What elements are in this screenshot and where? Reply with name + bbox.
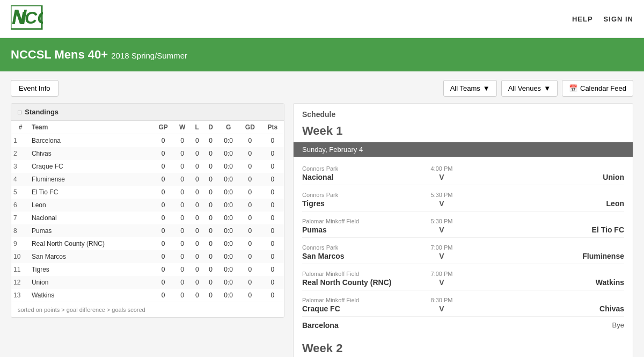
row-g: 0:0 bbox=[218, 199, 239, 212]
row-team: Craque FC bbox=[30, 160, 152, 173]
row-gd: 0 bbox=[239, 147, 261, 160]
row-gd: 0 bbox=[239, 289, 261, 302]
bye-team: Barcelona bbox=[302, 321, 339, 330]
row-gd: 0 bbox=[239, 224, 261, 237]
row-pts: 0 bbox=[261, 250, 284, 263]
row-team: Fluminense bbox=[30, 173, 152, 186]
row-gp: 0 bbox=[152, 276, 174, 289]
col-g: G bbox=[218, 121, 239, 134]
row-g: 0:0 bbox=[218, 237, 239, 250]
row-gp: 0 bbox=[152, 160, 174, 173]
calendar-feed-button[interactable]: 📅 Calendar Feed bbox=[562, 80, 633, 97]
match-away-team: Leon bbox=[474, 199, 624, 208]
row-num: 4 bbox=[11, 173, 30, 186]
col-d: D bbox=[203, 121, 218, 134]
all-teams-button[interactable]: All Teams ▼ bbox=[443, 80, 497, 97]
row-w: 0 bbox=[174, 173, 191, 186]
row-num: 6 bbox=[11, 199, 30, 212]
chevron-down-icon: ▼ bbox=[544, 84, 551, 92]
all-venues-button[interactable]: All Venues ▼ bbox=[501, 80, 558, 97]
match-vs: V bbox=[409, 304, 474, 313]
row-w: 0 bbox=[174, 263, 191, 276]
row-pts: 0 bbox=[261, 212, 284, 224]
table-row: 10 San Marcos 0 0 0 0 0:0 0 0 bbox=[11, 250, 284, 263]
table-row: 5 El Tio FC 0 0 0 0 0:0 0 0 bbox=[11, 186, 284, 199]
row-g: 0:0 bbox=[218, 134, 239, 148]
match-left: Connors Park Nacional bbox=[302, 165, 409, 181]
row-l: 0 bbox=[191, 134, 203, 148]
match-time: 8:30 PM bbox=[409, 297, 474, 303]
standings-title: Standings bbox=[25, 108, 58, 116]
match-away-team: Watkins bbox=[474, 278, 624, 287]
row-d: 0 bbox=[203, 276, 218, 289]
row-w: 0 bbox=[174, 276, 191, 289]
match-home-team: Pumas bbox=[302, 225, 409, 234]
logo-icon: N NCCSL bbox=[11, 5, 43, 32]
row-w: 0 bbox=[174, 147, 191, 160]
col-team: Team bbox=[30, 121, 152, 134]
row-d: 0 bbox=[203, 147, 218, 160]
sign-in-link[interactable]: SIGN IN bbox=[604, 15, 633, 23]
match-home-team: San Marcos bbox=[302, 252, 409, 260]
match-middle: 5:30 PM V bbox=[409, 192, 474, 208]
match-venue: Connors Park bbox=[302, 192, 409, 198]
row-gp: 0 bbox=[152, 212, 174, 224]
row-d: 0 bbox=[203, 212, 218, 224]
table-row: 3 Craque FC 0 0 0 0 0:0 0 0 bbox=[11, 160, 284, 173]
row-num: 3 bbox=[11, 160, 30, 173]
row-d: 0 bbox=[203, 160, 218, 173]
left-panel: Event Info □ Standings # Team GP W L D G bbox=[11, 80, 284, 357]
banner-title: NCCSL Mens 40+ 2018 Spring/Summer bbox=[11, 48, 187, 61]
row-gd: 0 bbox=[239, 199, 261, 212]
row-pts: 0 bbox=[261, 134, 284, 148]
row-pts: 0 bbox=[261, 276, 284, 289]
help-link[interactable]: HELP bbox=[572, 15, 593, 23]
event-info-button[interactable]: Event Info bbox=[11, 80, 58, 97]
row-l: 0 bbox=[191, 147, 203, 160]
row-team: Chivas bbox=[30, 147, 152, 160]
match-row: Connors Park Nacional 4:00 PM V Union bbox=[302, 159, 624, 185]
row-num: 7 bbox=[11, 212, 30, 224]
col-w: W bbox=[174, 121, 191, 134]
collapse-icon[interactable]: □ bbox=[18, 108, 21, 116]
logo: N NCCSL bbox=[11, 5, 43, 32]
row-g: 0:0 bbox=[218, 147, 239, 160]
row-l: 0 bbox=[191, 237, 203, 250]
row-w: 0 bbox=[174, 134, 191, 148]
all-venues-label: All Venues bbox=[508, 84, 541, 92]
match-left: Connors Park San Marcos bbox=[302, 244, 409, 260]
row-l: 0 bbox=[191, 276, 203, 289]
row-l: 0 bbox=[191, 263, 203, 276]
row-g: 0:0 bbox=[218, 289, 239, 302]
row-team: Watkins bbox=[30, 289, 152, 302]
row-gp: 0 bbox=[152, 289, 174, 302]
col-pts: Pts bbox=[261, 121, 284, 134]
row-l: 0 bbox=[191, 224, 203, 237]
table-row: 6 Leon 0 0 0 0 0:0 0 0 bbox=[11, 199, 284, 212]
row-gp: 0 bbox=[152, 199, 174, 212]
week-title: Week 2 bbox=[302, 341, 624, 355]
match-vs: V bbox=[409, 225, 474, 234]
match-middle: 5:30 PM V bbox=[409, 218, 474, 234]
row-gd: 0 bbox=[239, 186, 261, 199]
row-w: 0 bbox=[174, 199, 191, 212]
row-pts: 0 bbox=[261, 289, 284, 302]
match-home-team: Nacional bbox=[302, 173, 409, 181]
row-g: 0:0 bbox=[218, 224, 239, 237]
row-w: 0 bbox=[174, 212, 191, 224]
row-team: Union bbox=[30, 276, 152, 289]
row-w: 0 bbox=[174, 160, 191, 173]
row-team: Real North County (RNC) bbox=[30, 237, 152, 250]
row-d: 0 bbox=[203, 134, 218, 148]
row-gp: 0 bbox=[152, 250, 174, 263]
standings-table: # Team GP W L D G GD Pts 1 Barcelona 0 0… bbox=[11, 121, 284, 302]
match-row: Palomar Minkoff Field Pumas 5:30 PM V El… bbox=[302, 212, 624, 238]
row-num: 9 bbox=[11, 237, 30, 250]
match-venue: Palomar Minkoff Field bbox=[302, 218, 409, 224]
row-num: 12 bbox=[11, 276, 30, 289]
row-d: 0 bbox=[203, 237, 218, 250]
match-middle: 4:00 PM V bbox=[409, 165, 474, 181]
row-d: 0 bbox=[203, 263, 218, 276]
row-gd: 0 bbox=[239, 276, 261, 289]
row-g: 0:0 bbox=[218, 160, 239, 173]
